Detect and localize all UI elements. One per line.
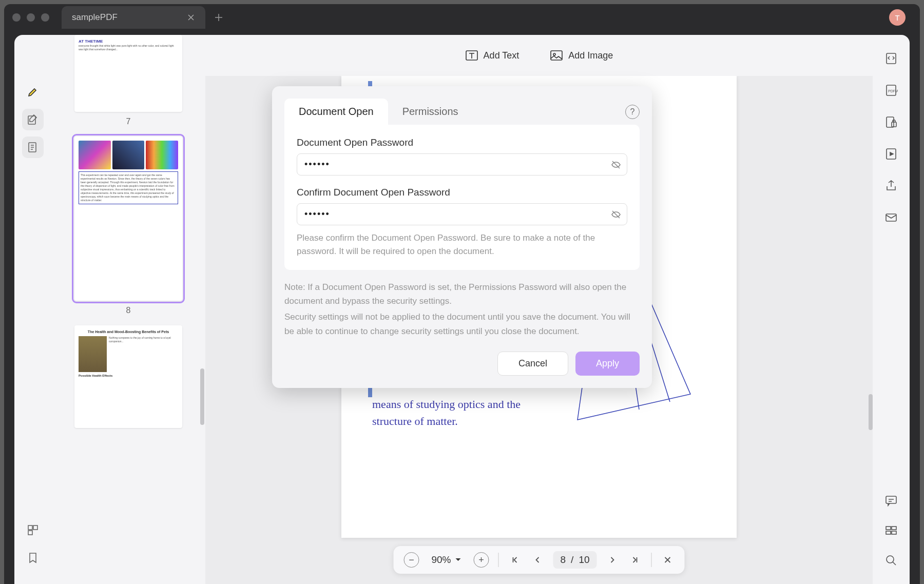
modal-panel: Document Open Password Confirm Document …: [284, 125, 640, 270]
help-button[interactable]: ?: [625, 105, 640, 119]
eye-icon[interactable]: [611, 160, 621, 170]
tab-permissions[interactable]: Permissions: [388, 99, 473, 125]
modal-note-1: Note: If a Document Open Password is set…: [284, 280, 640, 308]
password-input[interactable]: [297, 153, 627, 176]
confirm-helper-text: Please confirm the Document Open Passwor…: [297, 231, 627, 258]
cancel-button[interactable]: Cancel: [497, 352, 568, 376]
modal-note-2: Security settings will not be applied to…: [284, 310, 640, 338]
tab-document-open[interactable]: Document Open: [284, 99, 388, 125]
security-modal: Document Open Permissions ? Document Ope…: [272, 86, 652, 388]
modal-overlay: Document Open Permissions ? Document Ope…: [4, 4, 920, 584]
confirm-password-label: Confirm Document Open Password: [297, 187, 627, 198]
password-label: Document Open Password: [297, 137, 627, 148]
apply-button[interactable]: Apply: [575, 352, 640, 376]
app-window: samplePDF T: [4, 4, 920, 584]
confirm-password-input[interactable]: [297, 203, 627, 225]
eye-icon[interactable]: [611, 209, 621, 220]
